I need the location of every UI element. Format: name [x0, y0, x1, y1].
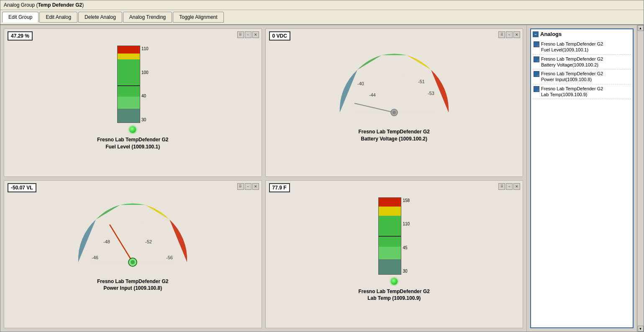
svg-point-7 — [131, 260, 135, 264]
analog-icon-2 — [534, 71, 539, 77]
fuel-level-controls: ⠿ − ✕ — [237, 31, 259, 38]
lt-scale-30: 30 — [403, 269, 410, 273]
lab-temp-card: 77.9 F ⠿ − ✕ — [265, 180, 523, 329]
close-icon[interactable]: ✕ — [513, 31, 520, 38]
grid-icon[interactable]: ⠿ — [237, 31, 244, 38]
fuel-level-label: Fresno Lab TempDefender G2 Fuel Level (1… — [97, 136, 168, 151]
fuel-level-card: 47.29 % ⠿ − ✕ — [4, 28, 262, 177]
lab-temp-controls: ⠿ − ✕ — [498, 183, 520, 190]
minimize-icon[interactable]: − — [245, 183, 251, 190]
battery-voltage-label: Fresno Lab TempDefender G2 Battery Volta… — [359, 128, 430, 143]
scroll-down-arrow[interactable]: ▼ — [638, 326, 644, 332]
battery-voltage-gauge: -44 -51 -53 -40 — [327, 46, 461, 125]
analog-item-3[interactable]: Fresno Lab TempDefender G2Lab Temp(1009.… — [533, 84, 631, 100]
bv-scale-53: -53 — [428, 91, 434, 96]
close-icon[interactable]: ✕ — [513, 183, 520, 190]
analog-item-text-1: Fresno Lab TempDefender G2Battery Voltag… — [541, 56, 603, 68]
minimize-icon[interactable]: − — [506, 183, 513, 190]
analogs-header: − Analogs — [533, 31, 631, 37]
analogs-collapse-icon[interactable]: − — [533, 31, 539, 37]
fuel-level-status-dot — [129, 126, 136, 133]
minimize-icon[interactable]: − — [506, 31, 513, 38]
battery-voltage-card: 0 VDC ⠿ − ✕ — [265, 28, 523, 177]
fuel-level-value: 47.29 % — [8, 31, 33, 41]
analog-item-text-0: Fresno Lab TempDefender G2Fuel Level(100… — [541, 41, 603, 53]
scroll-up-arrow[interactable]: ▲ — [638, 25, 644, 31]
svg-point-3 — [393, 111, 396, 114]
analogs-title: Analogs — [540, 31, 562, 37]
title-bar: Analog Group (Temp Defender G2) — [0, 0, 644, 10]
bv-scale-51: -51 — [418, 79, 425, 84]
grid-icon[interactable]: ⠿ — [498, 31, 505, 38]
lab-temp-value: 77.9 F — [269, 183, 290, 192]
lt-scale-158: 158 — [403, 198, 410, 203]
power-input-label: Fresno Lab TempDefender G2 Power Input (… — [97, 278, 168, 292]
pi-scale-56: -56 — [166, 255, 173, 260]
lab-temp-status-dot — [391, 278, 398, 285]
analog-trending-button[interactable]: Analog Trending — [123, 12, 172, 23]
pi-scale-46: -46 — [92, 255, 98, 260]
analog-item-0[interactable]: Fresno Lab TempDefender G2Fuel Level(100… — [533, 40, 631, 55]
toolbar: Edit GroupEdit AnalogDelete AnalogAnalog… — [0, 10, 644, 25]
battery-voltage-controls: ⠿ − ✕ — [498, 31, 520, 38]
analog-item-text-2: Fresno Lab TempDefender G2Power Input(10… — [541, 71, 603, 83]
window-title: Analog Group (Temp Defender G2) — [4, 2, 84, 8]
analog-icon-0 — [534, 41, 539, 47]
sidebar: − Analogs Fresno Lab TempDefender G2Fuel… — [526, 25, 644, 332]
close-icon[interactable]: ✕ — [252, 31, 259, 38]
delete-analog-button[interactable]: Delete Analog — [78, 12, 122, 23]
close-icon[interactable]: ✕ — [252, 183, 259, 190]
analog-item-2[interactable]: Fresno Lab TempDefender G2Power Input(10… — [533, 69, 631, 84]
fuel-scale-40: 40 — [141, 94, 149, 98]
bv-scale-44: -44 — [369, 92, 376, 97]
lt-scale-110: 110 — [403, 222, 410, 226]
content-area: 47.29 % ⠿ − ✕ — [0, 25, 644, 332]
lab-temp-label: Fresno Lab TempDefender G2 Lab Temp (100… — [359, 288, 430, 302]
fuel-scale-100: 100 — [141, 70, 149, 75]
grid-icon[interactable]: ⠿ — [498, 183, 505, 190]
analog-item-text-3: Fresno Lab TempDefender G2Lab Temp(1009.… — [541, 86, 603, 98]
grid-icon[interactable]: ⠿ — [237, 183, 244, 190]
analog-items-list: Fresno Lab TempDefender G2Fuel Level(100… — [533, 40, 631, 99]
analogs-panel: − Analogs Fresno Lab TempDefender G2Fuel… — [530, 28, 634, 328]
sidebar-scrollbar: ▲ ▼ — [637, 25, 644, 332]
lt-scale-45: 45 — [403, 245, 410, 250]
toggle-alignment-button[interactable]: Toggle Alignment — [173, 12, 223, 23]
analog-icon-1 — [534, 56, 539, 62]
power-input-value: -50.07 VL — [8, 183, 36, 192]
main-window: Analog Group (Temp Defender G2) Edit Gro… — [0, 0, 644, 332]
pi-scale-48: -48 — [103, 239, 110, 244]
power-input-card: -50.07 VL ⠿ − ✕ — [4, 180, 262, 329]
analog-item-1[interactable]: Fresno Lab TempDefender G2Battery Voltag… — [533, 55, 631, 70]
edit-group-button[interactable]: Edit Group — [2, 12, 38, 23]
battery-voltage-value: 0 VDC — [269, 31, 290, 41]
fuel-scale-110: 110 — [141, 46, 149, 51]
analog-icon-3 — [534, 86, 539, 92]
main-panel: 47.29 % ⠿ − ✕ — [0, 25, 526, 332]
power-input-gauge: -46 -48 -52 -56 — [70, 197, 195, 275]
fuel-scale-30: 30 — [141, 117, 149, 122]
bv-scale-40: -40 — [357, 81, 364, 86]
minimize-icon[interactable]: − — [245, 31, 251, 38]
power-input-controls: ⠿ − ✕ — [237, 183, 259, 190]
pi-scale-52: -52 — [145, 239, 152, 244]
edit-analog-button[interactable]: Edit Analog — [39, 12, 77, 23]
